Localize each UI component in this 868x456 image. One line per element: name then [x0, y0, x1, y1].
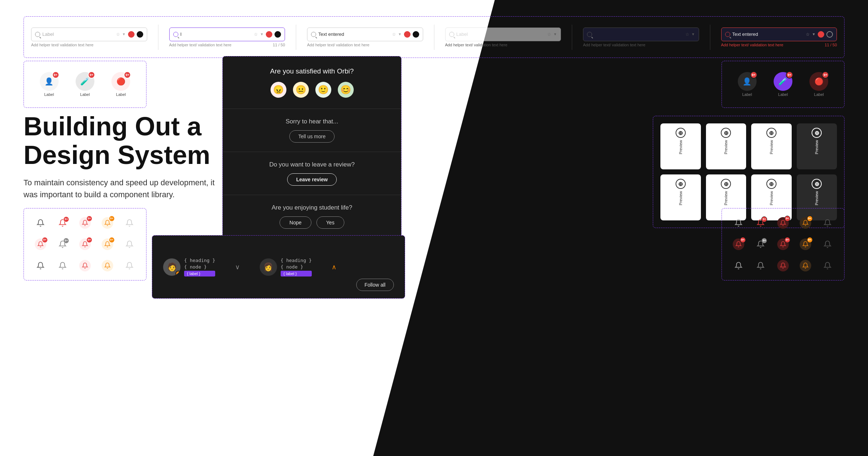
input-field-active[interactable]: I ☆ ▼ — [169, 28, 285, 41]
action-icon-3[interactable] — [413, 31, 419, 38]
survey-section: Are you satisfied with Orbi? 😠 😐 🙂 😊 Sor… — [222, 56, 401, 238]
avatar-label-2: Label — [80, 92, 90, 97]
notif-avatar-orange-3 — [102, 260, 113, 271]
notif-dark-avatar-red-2: 9+ — [733, 238, 744, 250]
input-field-dark-error[interactable]: Text entered ☆ ▼ — [721, 28, 837, 41]
notif-badge-gray-1: 9+ — [57, 238, 68, 250]
chevron-icon-6[interactable]: ▼ — [812, 32, 816, 36]
notif-dark-badge-3: 9+ — [807, 216, 813, 221]
heading-subtitle: To maintain consistency and speed up dev… — [24, 177, 219, 200]
avatar-circle-dark-3[interactable]: 🔴 9+ — [809, 72, 828, 91]
follow-avatar-row-2: 👩 { heading } { node } { label } — [260, 258, 312, 276]
preview-plus-2: ⊕ — [721, 128, 731, 138]
preview-plus-1: ⊕ — [676, 128, 686, 138]
preview-text-3: Preview — [769, 140, 774, 154]
action-icon-6[interactable] — [826, 31, 833, 38]
preview-plus-6: ⊕ — [721, 179, 731, 189]
notif-dark-avatar-orange-2: 9+ — [800, 238, 811, 250]
preview-card-5[interactable]: ⊕ Preview — [660, 174, 701, 220]
divider-2 — [296, 25, 296, 50]
avatar-icon-dark-1: 👤 — [743, 77, 752, 86]
avatar-circle-dark-2[interactable]: 🧪 9+ — [774, 72, 792, 91]
notif-avatar-red-1: 9+ — [79, 217, 91, 229]
star-icon-6[interactable]: ☆ — [806, 32, 810, 37]
notif-avatar-bg-6 — [79, 260, 91, 271]
preview-card-1[interactable]: ⊕ Preview — [660, 123, 701, 169]
star-icon[interactable]: ☆ — [116, 32, 120, 37]
notif-dark-plain-light-1 — [822, 217, 833, 229]
preview-card-2[interactable]: ⊕ Preview — [706, 123, 746, 169]
heading-section: Building Out a Design System To maintain… — [24, 112, 219, 200]
yes-button[interactable]: Yes — [316, 216, 344, 229]
preview-text-8: Preview — [814, 191, 819, 205]
emoji-neutral[interactable]: 😐 — [293, 82, 309, 98]
helper-text-3: Add helper text/ validation text here — [307, 43, 423, 47]
chevron-up-icon-1[interactable]: ∧ — [332, 263, 336, 271]
input-field-disabled: Label ☆ ▼ — [445, 28, 561, 41]
avatar-badge-1: 9+ — [52, 71, 59, 79]
input-group-3: Text entered ☆ ▼ Add helper text/ valida… — [307, 28, 423, 47]
avatar-circle-dark-1[interactable]: 👤 9+ — [738, 72, 757, 91]
emoji-row: 😠 😐 🙂 😊 — [237, 82, 387, 98]
input-field-default[interactable]: Label ☆ ▼ — [31, 28, 147, 41]
tell-more-button[interactable]: Tell us more — [289, 130, 335, 143]
notif-dark-avatar-bg-7 — [800, 260, 811, 271]
status-indicator-3 — [404, 31, 410, 38]
preview-plus-5: ⊕ — [676, 179, 686, 189]
survey-btn-row: Nope Yes — [237, 216, 387, 229]
input-group-5: ☆ ▼ Add helper text/ validation text her… — [583, 28, 699, 47]
notif-badge-5: 9+ — [63, 238, 69, 244]
star-icon-2[interactable]: ☆ — [254, 32, 258, 37]
star-icon-3[interactable]: ☆ — [392, 32, 396, 37]
nope-button[interactable]: Nope — [280, 216, 311, 229]
emoji-happy[interactable]: 🙂 — [315, 82, 331, 98]
star-icon-5[interactable]: ☆ — [685, 32, 689, 37]
follow-avatar-2[interactable]: 👩 — [260, 258, 277, 276]
notif-plain-5 — [124, 260, 135, 271]
preview-card-3[interactable]: ⊕ Preview — [751, 123, 792, 169]
emoji-angry[interactable]: 😠 — [271, 82, 286, 98]
input-field-filled[interactable]: Text entered ☆ ▼ — [307, 28, 423, 41]
avatar-badges-white-section: 👤 9+ Label 🧪 9+ Label 🔴 9+ Label — [24, 61, 146, 108]
notif-dark-avatar-red-3: 9+ — [777, 238, 789, 250]
follow-item-1: 🧑 { heading } { node } { label } — [163, 258, 215, 276]
avatar-circle-1[interactable]: 👤 9+ — [40, 72, 59, 91]
divider-4 — [572, 25, 572, 50]
follow-avatar-1[interactable]: 🧑 — [163, 258, 180, 276]
status-indicator-6 — [818, 31, 824, 38]
notif-dark-avatar-red-1: 9+ — [777, 217, 789, 229]
helper-text-2: Add helper text/ validation text here — [169, 43, 231, 47]
follow-all-button[interactable]: Follow all — [356, 279, 394, 291]
avatar-circle-2[interactable]: 🧪 9+ — [76, 72, 94, 91]
input-bars-section: Label ☆ ▼ Add helper text/ validation te… — [24, 16, 844, 58]
input-value-4: Label — [456, 31, 545, 37]
divider-3 — [434, 25, 434, 50]
notif-avatar-bg-7 — [102, 260, 113, 271]
status-indicator — [128, 31, 135, 38]
avatar-item-dark-1: 👤 9+ Label — [738, 72, 757, 97]
input-value-3: Text entered — [318, 31, 390, 37]
preview-card-4[interactable]: ⊕ Preview — [797, 123, 837, 169]
chevron-icon-5[interactable]: ▼ — [692, 32, 695, 36]
action-icon[interactable] — [137, 31, 143, 38]
leave-review-button[interactable]: Leave review — [287, 173, 337, 186]
chevron-icon-3[interactable]: ▼ — [398, 32, 402, 36]
notif-avatar-orange-2: 9+ — [102, 238, 113, 250]
survey-q1-card: Are you satisfied with Orbi? 😠 😐 🙂 😊 — [223, 56, 401, 109]
avatar-circle-3[interactable]: 🔴 9+ — [111, 72, 130, 91]
chevron-icon[interactable]: ▼ — [122, 32, 126, 36]
chevron-down-icon-1[interactable]: ∨ — [235, 263, 240, 271]
survey-q1-text: Are you satisfied with Orbi? — [237, 67, 387, 75]
avatar-icon-2: 🧪 — [80, 77, 89, 86]
chevron-icon-2[interactable]: ▼ — [260, 32, 264, 36]
notif-dark-badge-gray-1: 9+ — [755, 238, 766, 250]
avatar-badges-dark-section: 👤 9+ Label 🧪 9+ Label 🔴 9+ Label — [722, 61, 844, 108]
input-field-dark-default[interactable]: ☆ ▼ — [583, 28, 699, 41]
preview-plus-3: ⊕ — [766, 128, 776, 138]
emoji-very-happy[interactable]: 😊 — [338, 82, 354, 98]
preview-text-4: Preview — [814, 140, 819, 154]
notif-badge-3: 9+ — [109, 216, 115, 221]
avatar-icon-3: 🔴 — [116, 77, 125, 86]
notif-avatar-red-3: 9+ — [79, 238, 91, 250]
action-icon-2[interactable] — [275, 31, 281, 38]
